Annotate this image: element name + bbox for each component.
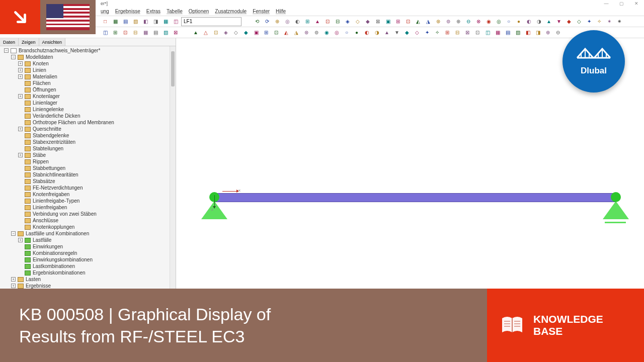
toolbar-button[interactable]: ◨	[151, 17, 160, 26]
tree-item[interactable]: Einwirkungskombinationen	[2, 256, 174, 263]
tree-item[interactable]: Linienlager	[2, 100, 174, 106]
toolbar-button[interactable]: ▦	[493, 28, 502, 37]
toolbar-button[interactable]: ✧	[433, 28, 442, 37]
menu-item[interactable]: Extras	[146, 9, 160, 14]
nav-tab-views[interactable]: Ansichten	[39, 38, 66, 46]
toolbar-button[interactable]: ▲	[544, 17, 553, 26]
toolbar-button[interactable]: ▤	[121, 17, 130, 26]
toolbar-button[interactable]: □	[101, 17, 110, 26]
toolbar-button[interactable]: ▦	[141, 28, 150, 37]
toolbar-button[interactable]: ✦	[423, 28, 432, 37]
toolbar-button[interactable]: ⊞	[393, 17, 403, 26]
toolbar-button[interactable]: ◇	[413, 28, 422, 37]
toolbar-button[interactable]: ▦	[111, 17, 120, 26]
menu-item[interactable]: Ergebnisse	[115, 9, 140, 14]
toolbar-button[interactable]: ⊚	[444, 17, 453, 26]
tree-item[interactable]: −Modelldaten	[2, 54, 174, 60]
toolbar-button[interactable]: ⊖	[553, 28, 562, 37]
toolbar-button[interactable]: ⊞	[443, 28, 452, 37]
toolbar-button[interactable]: ▤	[151, 28, 160, 37]
tree-item[interactable]: Verbindung von zwei Stäben	[2, 211, 174, 217]
toolbar-button[interactable]: ⊕	[454, 17, 463, 26]
tree-item[interactable]: Stabexzentrizitäten	[2, 139, 174, 145]
tree-item[interactable]: FE-Netzverdichtungen	[2, 185, 174, 191]
toolbar-button[interactable]: ⊕	[273, 17, 282, 26]
toolbar-button[interactable]: ⊠	[463, 28, 472, 37]
tree-item[interactable]: +Lasten	[2, 276, 174, 283]
toolbar-button[interactable]: ▧	[513, 28, 522, 37]
toolbar-button[interactable]: ⊡	[211, 28, 220, 37]
toolbar-button[interactable]: ◎	[283, 17, 292, 26]
scrollbar-thumb[interactable]	[171, 51, 175, 86]
toolbar-button[interactable]: ◐	[524, 17, 533, 26]
toolbar-button[interactable]: ⊡	[323, 17, 332, 26]
toolbar-button[interactable]: ▲	[313, 17, 322, 26]
toolbar-button[interactable]: ▼	[392, 28, 401, 37]
tree-item[interactable]: Orthotrope Flächen und Membranen	[2, 119, 174, 126]
menu-item[interactable]: Optionen	[189, 9, 209, 14]
tree-item[interactable]: Kombinationsregeln	[2, 250, 174, 256]
toolbar-button[interactable]: ▲	[191, 28, 200, 37]
tree-item[interactable]: Anschlüsse	[2, 217, 174, 224]
tree-item[interactable]: Lastkombinationen	[2, 263, 174, 269]
toolbar-button[interactable]: ◐	[362, 28, 371, 37]
toolbar-button[interactable]: ⟲	[253, 17, 262, 26]
menu-item[interactable]: Zusatzmodule	[215, 9, 247, 14]
toolbar-button[interactable]: ▣	[252, 28, 261, 37]
toolbar-button[interactable]: ▧	[161, 28, 170, 37]
toolbar-button[interactable]: ⊡	[272, 28, 281, 37]
toolbar-button[interactable]: ◇	[575, 17, 584, 26]
project-tree[interactable]: −Brandschutznachweis_Nebenträger*−Modell…	[0, 46, 176, 297]
toolbar-button[interactable]	[181, 28, 190, 37]
toolbar-button[interactable]: ⊠	[373, 17, 382, 26]
toolbar-button[interactable]: ◆	[242, 28, 251, 37]
loadcase-select[interactable]: LF1	[181, 17, 242, 26]
toolbar-button[interactable]: ◧	[141, 17, 150, 26]
toolbar-button[interactable]: ○	[504, 17, 513, 26]
toolbar-button[interactable]: ◭	[414, 17, 423, 26]
tree-item[interactable]: +Linien	[2, 67, 174, 73]
minimize-button[interactable]: —	[599, 0, 614, 7]
menu-item[interactable]: ung	[101, 9, 109, 14]
node-right[interactable]	[611, 192, 621, 202]
toolbar-button[interactable]: ◑	[372, 28, 381, 37]
toolbar-button[interactable]: ▦	[161, 17, 170, 26]
toolbar-button[interactable]: ⊚	[312, 28, 321, 37]
toolbar-button[interactable]: ◆	[565, 17, 574, 26]
toolbar-button[interactable]: ◫	[101, 28, 110, 37]
toolbar-button[interactable]: ●	[514, 17, 523, 26]
toolbar-button[interactable]: ◉	[322, 28, 331, 37]
toolbar-button[interactable]: ◉	[484, 17, 493, 26]
toolbar-button[interactable]: ⊠	[171, 28, 180, 37]
tree-item[interactable]: Veränderliche Dicken	[2, 113, 174, 119]
tree-item[interactable]: −Brandschutznachweis_Nebenträger*	[2, 47, 174, 54]
toolbar-button[interactable]: ◇	[231, 28, 240, 37]
toolbar-button[interactable]: ◑	[534, 17, 543, 26]
tree-item[interactable]: −Lastfälle und Kombinationen	[2, 230, 174, 237]
toolbar-button[interactable]: ◐	[293, 17, 302, 26]
tree-item[interactable]: Stabbettungen	[2, 165, 174, 171]
toolbar-button[interactable]: ⟳	[263, 17, 272, 26]
toolbar-button[interactable]: ⊡	[121, 28, 130, 37]
toolbar-button[interactable]: ⊖	[464, 17, 473, 26]
tree-item[interactable]: Flächen	[2, 80, 174, 86]
toolbar-button[interactable]: ◈	[343, 17, 352, 26]
tree-item[interactable]: +Materialien	[2, 73, 174, 80]
toolbar-button[interactable]: ◫	[483, 28, 492, 37]
toolbar-button[interactable]: ●	[352, 28, 361, 37]
toolbar-button[interactable]: ◧	[523, 28, 532, 37]
tree-item[interactable]: Stabteilungen	[2, 145, 174, 152]
tree-item[interactable]: Ergebniskombinationen	[2, 269, 174, 276]
menu-item[interactable]: Hilfe	[276, 9, 286, 14]
tree-item[interactable]: Linienfreigaben	[2, 204, 174, 211]
toolbar-button[interactable]: ⊟	[131, 28, 140, 37]
close-button[interactable]: ✕	[629, 0, 644, 7]
toolbar-button[interactable]: ◫	[171, 17, 180, 26]
scrollbar-vertical[interactable]	[170, 46, 176, 289]
toolbar-button[interactable]: ▤	[503, 28, 512, 37]
nav-tab-display[interactable]: Zeigen	[19, 38, 39, 46]
tree-item[interactable]: +Querschnitte	[2, 126, 174, 132]
toolbar-button[interactable]: ▧	[131, 17, 140, 26]
toolbar-button[interactable]: ✧	[595, 17, 604, 26]
tree-item[interactable]: Einwirkungen	[2, 243, 174, 250]
